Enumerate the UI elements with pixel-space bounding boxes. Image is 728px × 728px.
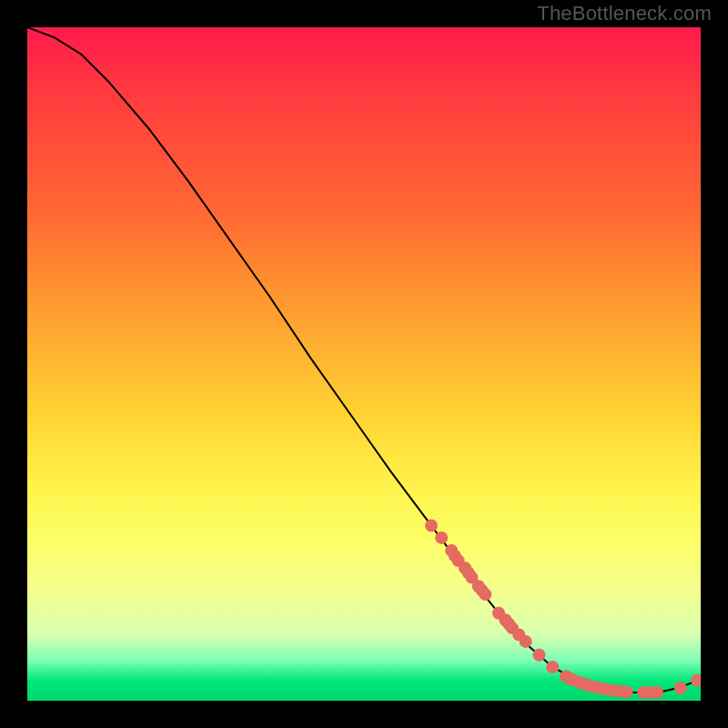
data-point (459, 561, 471, 574)
data-point (435, 531, 448, 544)
data-point (445, 544, 458, 557)
points-group (425, 520, 701, 700)
data-point (546, 661, 559, 673)
data-point (425, 520, 438, 532)
data-point (607, 684, 620, 697)
data-point (472, 580, 485, 592)
curve-line-path (27, 27, 701, 693)
data-point (532, 649, 545, 662)
data-point (580, 678, 592, 691)
watermark-text: TheBottleneck.com (537, 2, 712, 25)
data-point (476, 584, 489, 597)
data-point (502, 618, 515, 631)
data-point (573, 676, 586, 689)
data-point (600, 682, 612, 695)
data-point (512, 629, 525, 642)
data-point (563, 672, 576, 685)
data-point (462, 566, 475, 579)
bottleneck-curve (27, 27, 701, 701)
scatter-points (27, 27, 701, 701)
data-point (691, 674, 701, 687)
chart-frame: TheBottleneck.com (0, 0, 728, 728)
data-point (506, 622, 519, 634)
data-point (651, 686, 663, 699)
data-point (674, 682, 687, 694)
data-point (566, 673, 579, 686)
data-point (452, 554, 465, 567)
data-point (587, 681, 600, 693)
data-point (465, 571, 478, 584)
data-point (621, 685, 633, 698)
data-point (593, 682, 606, 694)
data-point (560, 670, 572, 682)
data-point (520, 635, 532, 648)
data-point (492, 607, 505, 620)
data-point (499, 613, 511, 626)
data-point (644, 686, 657, 699)
data-point (479, 588, 491, 601)
data-point (613, 685, 626, 698)
data-point (637, 686, 650, 699)
plot-area (27, 27, 701, 701)
data-point (449, 550, 461, 562)
